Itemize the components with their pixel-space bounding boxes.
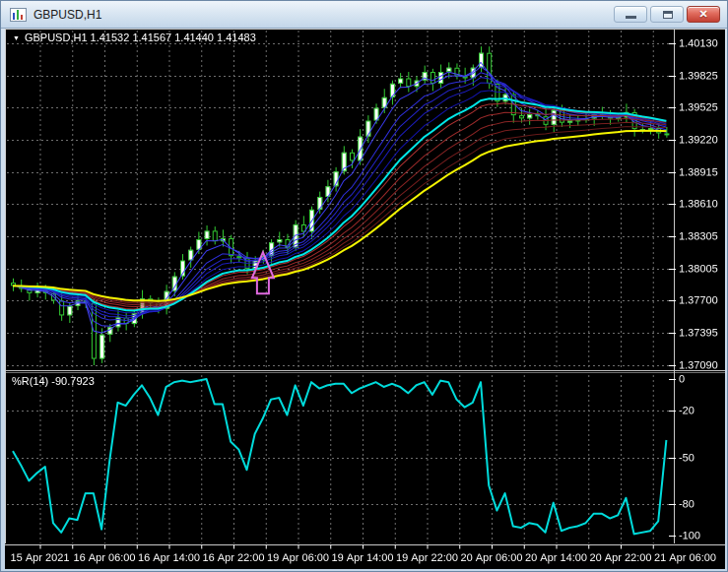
close-button[interactable]: ✕ (687, 6, 720, 23)
legend-ohlc-text: GBPUSD,H1 1.41532 1.41567 1.41440 1.4148… (25, 32, 256, 43)
chart-client-area: ▼GBPUSD,H1 1.41532 1.41567 1.41440 1.414… (5, 29, 725, 569)
window-title: GBPUSD,H1 (33, 8, 101, 22)
minimize-icon (626, 16, 636, 19)
title-bar[interactable]: GBPUSD,H1 ✕ (1, 1, 727, 29)
close-icon: ✕ (688, 8, 719, 21)
restore-button[interactable] (650, 6, 684, 23)
restore-icon (663, 11, 673, 19)
chart-window: GBPUSD,H1 ✕ ▼GBPUSD,H1 1.41532 1.41567 1… (0, 0, 728, 572)
chart-legend[interactable]: ▼GBPUSD,H1 1.41532 1.41567 1.41440 1.414… (13, 32, 256, 43)
legend-dropdown-icon[interactable]: ▼ (13, 34, 20, 41)
chart-canvas[interactable] (5, 29, 725, 569)
chart-window-icon (10, 8, 27, 22)
wpr-indicator-label: %R(14) -90.7923 (12, 375, 95, 387)
minimize-button[interactable] (614, 6, 647, 23)
